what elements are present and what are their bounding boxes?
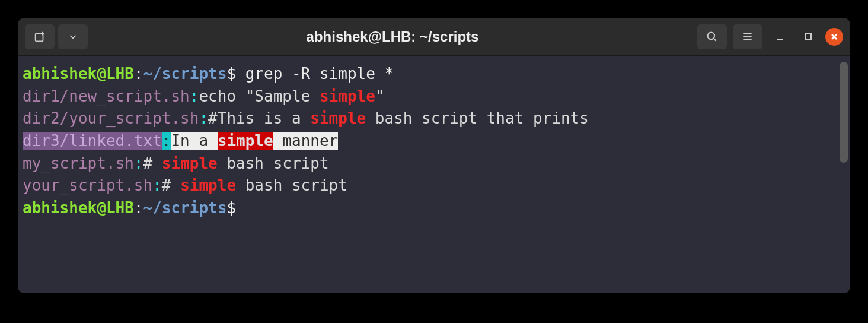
output-match: simple bbox=[310, 109, 366, 127]
output-path: dir1/new_script.sh bbox=[23, 87, 190, 105]
output-colon: : bbox=[199, 109, 208, 127]
prompt-symbol: $ bbox=[226, 65, 236, 83]
output-before: # bbox=[143, 154, 162, 172]
prompt-sep: : bbox=[134, 199, 143, 217]
terminal-body[interactable]: abhishek@LHB:~/scripts$ grep -R simple *… bbox=[18, 56, 850, 293]
new-tab-button[interactable] bbox=[25, 24, 55, 49]
output-path-selected: dir3/linked.txt bbox=[23, 132, 162, 150]
maximize-icon bbox=[804, 33, 812, 41]
menu-button[interactable] bbox=[733, 24, 762, 49]
output-before: echo "Sample bbox=[199, 87, 320, 105]
titlebar-left-controls bbox=[25, 24, 88, 49]
new-tab-icon bbox=[33, 30, 46, 43]
output-after: bash script bbox=[218, 154, 329, 172]
hamburger-icon bbox=[742, 31, 754, 43]
output-after: bash script that prints bbox=[366, 109, 589, 127]
minimize-button[interactable] bbox=[768, 26, 791, 48]
output-match: simple bbox=[320, 87, 375, 105]
terminal-window: abhishek@LHB: ~/scripts bbox=[18, 18, 850, 293]
search-icon bbox=[706, 31, 718, 43]
output-after: " bbox=[375, 87, 385, 105]
command-text: grep -R simple * bbox=[245, 65, 394, 83]
tab-dropdown-button[interactable] bbox=[58, 24, 88, 49]
prompt-path: ~/scripts bbox=[143, 65, 227, 83]
output-before-selected: In a bbox=[171, 132, 217, 150]
prompt-sep: : bbox=[134, 65, 143, 83]
output-match: simple bbox=[180, 176, 236, 194]
output-colon: : bbox=[152, 176, 162, 194]
output-colon-selected: : bbox=[162, 132, 171, 150]
output-colon: : bbox=[190, 87, 199, 105]
prompt-user-host: abhishek@LHB bbox=[23, 199, 134, 217]
prompt-symbol: $ bbox=[226, 199, 236, 217]
search-button[interactable] bbox=[697, 24, 727, 49]
output-path: my_script.sh bbox=[23, 154, 134, 172]
output-after: bash script bbox=[236, 176, 347, 194]
prompt-path: ~/scripts bbox=[143, 199, 227, 217]
svg-rect-0 bbox=[36, 33, 43, 41]
output-after-selected: manner bbox=[273, 132, 339, 150]
output-before: # bbox=[162, 176, 180, 194]
close-icon bbox=[830, 33, 838, 41]
minimize-icon bbox=[776, 33, 784, 41]
output-match-selected: simple bbox=[218, 132, 273, 150]
close-button[interactable] bbox=[825, 28, 843, 46]
output-colon: : bbox=[134, 154, 143, 172]
terminal-content: abhishek@LHB:~/scripts$ grep -R simple *… bbox=[23, 63, 845, 220]
output-before: #This is a bbox=[208, 109, 310, 127]
output-path: dir2/your_script.sh bbox=[23, 109, 199, 127]
svg-line-4 bbox=[714, 38, 716, 40]
titlebar: abhishek@LHB: ~/scripts bbox=[18, 18, 850, 56]
window-title: abhishek@LHB: ~/scripts bbox=[92, 28, 693, 45]
svg-point-3 bbox=[708, 32, 715, 39]
output-path: your_script.sh bbox=[23, 176, 152, 194]
svg-rect-9 bbox=[805, 34, 811, 40]
maximize-button[interactable] bbox=[797, 26, 819, 48]
scrollbar[interactable] bbox=[840, 62, 848, 163]
output-match: simple bbox=[162, 154, 218, 172]
titlebar-right-controls bbox=[697, 24, 843, 49]
chevron-down-icon bbox=[68, 31, 78, 42]
prompt-user-host: abhishek@LHB bbox=[23, 65, 134, 83]
